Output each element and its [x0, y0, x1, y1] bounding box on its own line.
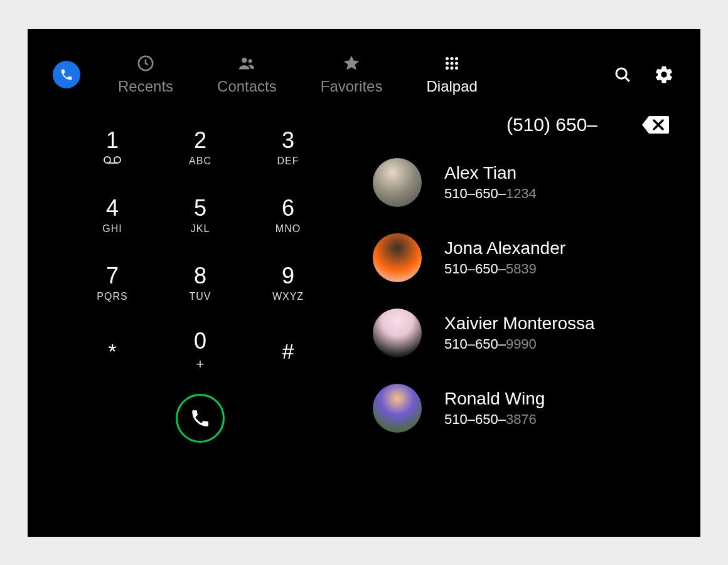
svg-point-14 [104, 157, 110, 163]
phone-dialer-screen: Recents Contacts Favorites Dialpad [28, 29, 700, 537]
phone-icon [190, 408, 211, 429]
tab-label: Favorites [321, 78, 383, 95]
top-tab-bar: Recents Contacts Favorites Dialpad [28, 29, 700, 95]
svg-point-3 [446, 57, 449, 60]
key-9[interactable]: 9 WXYZ [244, 250, 332, 317]
contact-phone: 510–650–9990 [444, 336, 595, 352]
svg-point-8 [455, 61, 458, 65]
gear-icon [654, 65, 674, 85]
contact-suggestion[interactable]: Ronald Wing 510–650–3876 [373, 384, 675, 433]
key-sub: JKL [191, 223, 210, 235]
contact-text: Xaivier Monterossa 510–650–9990 [444, 314, 595, 352]
contact-text: Alex Tian 510–650–1234 [444, 163, 537, 202]
dialpad: 1 2 ABC 3 DEF 4 GHI 5 [53, 114, 348, 443]
avatar [373, 309, 422, 357]
key-sub: PQRS [97, 291, 127, 302]
avatar [373, 158, 422, 207]
key-1[interactable]: 1 [68, 114, 156, 182]
tab-label: Recents [118, 78, 173, 95]
contact-name: Ronald Wing [444, 389, 545, 409]
key-digit: * [108, 341, 116, 362]
key-digit: 6 [282, 197, 294, 219]
svg-line-13 [625, 77, 629, 82]
contact-suggestion[interactable]: Jona Alexander 510–650–5839 [373, 233, 675, 282]
key-digit: # [282, 341, 294, 362]
key-hash[interactable]: # [244, 317, 332, 385]
key-sub: TUV [190, 291, 211, 302]
key-8[interactable]: 8 TUV [156, 250, 244, 317]
backspace-icon [641, 115, 669, 135]
svg-point-9 [446, 66, 449, 70]
tab-recents[interactable]: Recents [118, 54, 173, 95]
key-4[interactable]: 4 GHI [68, 182, 156, 250]
body: 1 2 ABC 3 DEF 4 GHI 5 [28, 95, 700, 443]
dialed-number: (510) 650– [506, 114, 597, 135]
key-digit: 4 [106, 197, 119, 219]
phone-app-badge[interactable] [53, 61, 80, 88]
contact-suggestion[interactable]: Alex Tian 510–650–1234 [373, 158, 675, 207]
key-digit: 8 [194, 265, 206, 287]
contact-phone: 510–650–5839 [444, 261, 565, 277]
key-digit: 1 [106, 129, 119, 152]
avatar [373, 233, 422, 282]
key-7[interactable]: 7 PQRS [68, 250, 156, 317]
key-3[interactable]: 3 DEF [244, 114, 332, 182]
key-sub: ABC [189, 156, 211, 167]
toolbar-right [611, 63, 675, 86]
right-panel: (510) 650– Alex Tian 510–650–1234 Jo [348, 114, 675, 443]
svg-point-4 [451, 57, 454, 60]
dialed-number-row: (510) 650– [373, 114, 675, 158]
search-icon [613, 65, 632, 84]
call-button[interactable] [176, 394, 225, 443]
contact-name: Jona Alexander [444, 238, 565, 258]
key-digit: 5 [194, 197, 206, 219]
contact-text: Ronald Wing 510–650–3876 [444, 389, 545, 428]
contact-suggestion[interactable]: Xaivier Monterossa 510–650–9990 [373, 309, 675, 357]
key-digit: 2 [194, 129, 206, 152]
svg-point-10 [451, 66, 454, 70]
people-icon [237, 54, 256, 73]
key-digit: 0 [194, 330, 206, 352]
svg-point-7 [451, 61, 454, 65]
svg-point-5 [455, 57, 458, 60]
key-sub: DEF [277, 156, 299, 167]
key-digit: 7 [106, 265, 119, 287]
contact-name: Xaivier Monterossa [444, 314, 595, 334]
search-button[interactable] [611, 63, 634, 86]
svg-point-15 [114, 157, 120, 163]
tab-label: Contacts [217, 78, 277, 95]
key-2[interactable]: 2 ABC [156, 114, 244, 182]
contact-phone: 510–650–3876 [444, 411, 545, 428]
tab-favorites[interactable]: Favorites [321, 54, 383, 95]
star-icon [342, 54, 361, 73]
contact-name: Alex Tian [444, 163, 537, 183]
svg-point-12 [616, 68, 626, 78]
key-star[interactable]: * [68, 317, 156, 385]
voicemail-icon [104, 156, 121, 167]
svg-point-1 [242, 58, 247, 63]
phone-icon [60, 68, 73, 82]
key-5[interactable]: 5 JKL [156, 182, 244, 250]
keypad-icon [442, 54, 461, 73]
tabs-container: Recents Contacts Favorites Dialpad [118, 54, 574, 95]
key-sub: MNO [276, 223, 301, 235]
key-digit: 9 [282, 265, 294, 287]
contact-text: Jona Alexander 510–650–5839 [444, 238, 565, 277]
dialpad-grid: 1 2 ABC 3 DEF 4 GHI 5 [68, 114, 332, 385]
contact-phone: 510–650–1234 [444, 186, 537, 202]
key-digit: 3 [282, 129, 294, 152]
tab-dialpad[interactable]: Dialpad [426, 54, 477, 95]
avatar [373, 384, 422, 433]
tab-contacts[interactable]: Contacts [217, 54, 277, 95]
svg-point-11 [455, 66, 458, 70]
key-sub: GHI [102, 223, 122, 235]
key-sub: WXYZ [272, 291, 304, 302]
backspace-button[interactable] [641, 115, 669, 135]
key-6[interactable]: 6 MNO [244, 182, 332, 250]
key-0[interactable]: 0 + [156, 317, 244, 385]
suggestions-list: Alex Tian 510–650–1234 Jona Alexander 51… [373, 158, 675, 433]
key-sub: + [196, 356, 205, 372]
settings-button[interactable] [653, 63, 675, 86]
svg-point-2 [249, 59, 252, 63]
svg-point-6 [446, 61, 449, 65]
